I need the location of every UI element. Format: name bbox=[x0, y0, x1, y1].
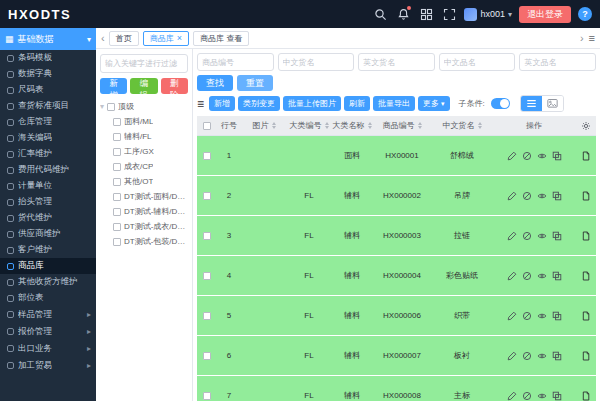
tree-root-node[interactable]: ▾ 顶级 bbox=[100, 99, 188, 114]
document-icon[interactable] bbox=[581, 191, 591, 201]
filter-name-en-input[interactable] bbox=[358, 53, 435, 71]
tabs-menu-icon[interactable]: ≡ bbox=[589, 32, 595, 44]
search-button[interactable]: 查找 bbox=[197, 75, 233, 91]
checkbox[interactable] bbox=[113, 178, 121, 186]
tree-node[interactable]: 面料/ML bbox=[100, 114, 188, 129]
toolbar-button[interactable]: 新增 bbox=[209, 96, 235, 111]
sidebar-item[interactable]: 商品库 bbox=[0, 258, 96, 274]
sidebar-item[interactable]: 部位表 bbox=[0, 290, 96, 306]
more-button[interactable]: 更多▾ bbox=[418, 96, 450, 111]
checkbox[interactable] bbox=[203, 152, 211, 160]
sidebar-group[interactable]: 样品管理 ▸ bbox=[0, 306, 96, 323]
sort-icon[interactable] bbox=[325, 122, 329, 129]
sidebar-item[interactable]: 尺码表 bbox=[0, 82, 96, 98]
help-button[interactable]: ? bbox=[578, 7, 592, 21]
filter-name-cn-input[interactable] bbox=[278, 53, 355, 71]
checkbox[interactable] bbox=[203, 392, 211, 400]
tree-node[interactable]: 工序/GX bbox=[100, 144, 188, 159]
subcondition-toggle[interactable] bbox=[491, 98, 510, 109]
th-category-code[interactable]: 大类编号 bbox=[287, 116, 331, 136]
th-product-code[interactable]: 商品编号 bbox=[373, 116, 431, 136]
tree-node[interactable]: DT测试-面料/DT测试-面料 bbox=[100, 189, 188, 204]
sidebar-item[interactable]: 汇率维护 bbox=[0, 146, 96, 162]
tree-delete-button[interactable]: 删除 bbox=[161, 78, 188, 94]
sort-icon[interactable] bbox=[478, 122, 482, 129]
copy-icon[interactable] bbox=[552, 191, 562, 201]
sidebar-group[interactable]: 出口业务 ▸ bbox=[0, 340, 96, 357]
view-icon[interactable] bbox=[537, 391, 547, 401]
tree-filter-input[interactable] bbox=[100, 54, 188, 73]
th-select-all[interactable] bbox=[197, 116, 217, 136]
copy-icon[interactable] bbox=[552, 351, 562, 361]
reset-button[interactable]: 重置 bbox=[237, 75, 273, 91]
toolbar-button[interactable]: 批量上传图片 bbox=[283, 96, 341, 111]
checkbox[interactable] bbox=[113, 238, 121, 246]
checkbox[interactable] bbox=[203, 312, 211, 320]
document-icon[interactable] bbox=[581, 151, 591, 161]
checkbox[interactable] bbox=[113, 223, 121, 231]
tree-node[interactable]: 成衣/CP bbox=[100, 159, 188, 174]
tabs-scroll-left-icon[interactable]: ‹ bbox=[101, 33, 105, 44]
edit-icon[interactable] bbox=[507, 391, 517, 401]
sort-icon[interactable] bbox=[418, 122, 422, 129]
tree-node[interactable]: DT测试-辅料/DT测试-辅料 bbox=[100, 204, 188, 219]
sidebar-item[interactable]: 计量单位 bbox=[0, 178, 96, 194]
checkbox[interactable] bbox=[113, 133, 121, 141]
edit-icon[interactable] bbox=[507, 271, 517, 281]
edit-icon[interactable] bbox=[507, 351, 517, 361]
list-view-button[interactable] bbox=[521, 96, 542, 111]
th-category-name[interactable]: 大类名称 bbox=[331, 116, 373, 136]
checkbox[interactable] bbox=[203, 122, 211, 130]
copy-icon[interactable] bbox=[552, 151, 562, 161]
sidebar-group[interactable]: 报价管理 ▸ bbox=[0, 323, 96, 340]
view-icon[interactable] bbox=[537, 311, 547, 321]
sort-icon[interactable] bbox=[368, 122, 372, 129]
checkbox[interactable] bbox=[113, 208, 121, 216]
disable-icon[interactable] bbox=[522, 231, 532, 241]
checkbox[interactable] bbox=[113, 118, 121, 126]
image-view-button[interactable] bbox=[542, 96, 563, 111]
edit-icon[interactable] bbox=[507, 311, 517, 321]
disable-icon[interactable] bbox=[522, 271, 532, 281]
sidebar-item[interactable]: 抬头管理 bbox=[0, 194, 96, 210]
th-image[interactable]: 图片 bbox=[241, 116, 287, 136]
document-icon[interactable] bbox=[581, 391, 591, 401]
apps-grid-icon[interactable] bbox=[418, 6, 434, 22]
density-menu-icon[interactable]: ≡ bbox=[197, 98, 204, 110]
tab-product-library[interactable]: 商品库 × bbox=[143, 31, 189, 46]
search-icon[interactable] bbox=[372, 6, 388, 22]
sidebar-item[interactable]: 客户维护 bbox=[0, 242, 96, 258]
document-icon[interactable] bbox=[581, 311, 591, 321]
edit-icon[interactable] bbox=[507, 191, 517, 201]
filter-product-code-input[interactable] bbox=[197, 53, 274, 71]
checkbox[interactable] bbox=[113, 163, 121, 171]
view-icon[interactable] bbox=[537, 231, 547, 241]
document-icon[interactable] bbox=[581, 271, 591, 281]
toolbar-button[interactable]: 类别变更 bbox=[238, 96, 280, 111]
edit-icon[interactable] bbox=[507, 231, 517, 241]
sidebar-item[interactable]: 海关编码 bbox=[0, 130, 96, 146]
user-menu[interactable]: hx001 ▾ bbox=[464, 8, 512, 21]
copy-icon[interactable] bbox=[552, 311, 562, 321]
tree-add-button[interactable]: 新增 bbox=[100, 78, 127, 94]
checkbox[interactable] bbox=[113, 193, 121, 201]
tree-node[interactable]: 其他/OT bbox=[100, 174, 188, 189]
gear-icon[interactable] bbox=[581, 121, 591, 131]
tree-edit-button[interactable]: 编辑 bbox=[130, 78, 157, 94]
sidebar-item[interactable]: 数据字典 bbox=[0, 66, 96, 82]
tab-product-library-view[interactable]: 商品库 查看 bbox=[193, 31, 249, 46]
sidebar-section-basic-data[interactable]: ▦ 基础数据 ▾ bbox=[0, 28, 96, 50]
copy-icon[interactable] bbox=[552, 231, 562, 241]
view-icon[interactable] bbox=[537, 271, 547, 281]
sidebar-group[interactable]: 加工贸易 ▸ bbox=[0, 357, 96, 374]
sidebar-item[interactable]: 查货标准项目 bbox=[0, 98, 96, 114]
edit-icon[interactable] bbox=[507, 151, 517, 161]
sidebar-item[interactable]: 货代维护 bbox=[0, 210, 96, 226]
toolbar-button[interactable]: 批量导出 bbox=[373, 96, 415, 111]
copy-icon[interactable] bbox=[552, 391, 562, 401]
checkbox[interactable] bbox=[203, 272, 211, 280]
checkbox[interactable] bbox=[203, 232, 211, 240]
checkbox[interactable] bbox=[203, 352, 211, 360]
sort-icon[interactable] bbox=[272, 122, 276, 129]
view-icon[interactable] bbox=[537, 351, 547, 361]
